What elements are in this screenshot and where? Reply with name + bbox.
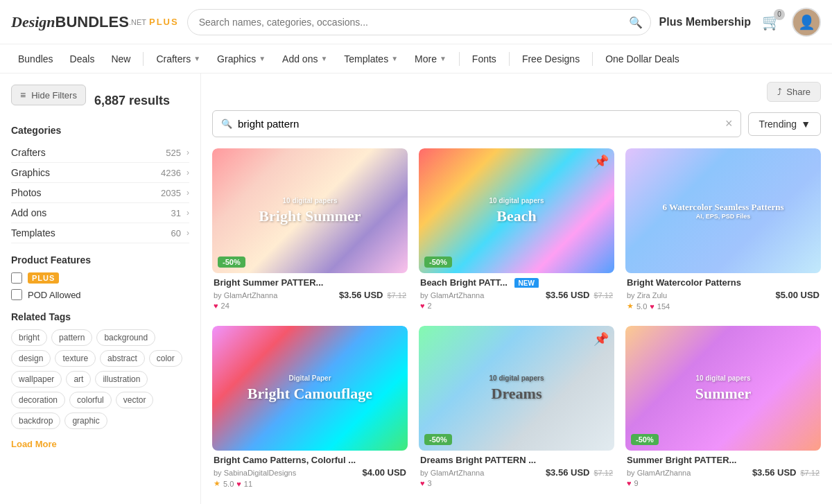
product-card-1[interactable]: 10 digital papers Bright Summer -50% Bri… [212, 148, 408, 315]
pin-icon-2: 📌 [593, 154, 609, 169]
search-input[interactable] [187, 9, 651, 35]
share-button[interactable]: ⤴ Share [767, 82, 821, 102]
tag-illustration[interactable]: illustration [95, 371, 148, 388]
plus-checkbox[interactable] [11, 272, 22, 284]
category-item-crafters[interactable]: Crafters 525 › [11, 143, 189, 163]
product-card-sub-3: AI, EPS, PSD Files [696, 213, 751, 220]
category-count-graphics: 4236 [161, 168, 181, 178]
category-item-photos[interactable]: Photos 2035 › [11, 183, 189, 203]
product-image-1: 10 digital papers Bright Summer -50% [212, 148, 408, 273]
nav-item-fonts[interactable]: Fonts [465, 44, 503, 73]
tag-design[interactable]: design [11, 350, 51, 367]
nav-item-one-dollar[interactable]: One Dollar Deals [598, 44, 686, 73]
nav-item-more[interactable]: More ▼ [408, 44, 453, 73]
likes-count-6: 9 [634, 479, 639, 487]
nav-divider-2 [459, 52, 460, 66]
plus-membership[interactable]: Plus Membership [659, 15, 751, 28]
nav-item-bundles[interactable]: Bundles [11, 44, 60, 73]
main-search-input[interactable] [238, 118, 720, 130]
product-image-text-5: 10 digital papers Dreams [419, 326, 614, 451]
main-nav: Bundles Deals New Crafters ▼ Graphics ▼ … [0, 44, 832, 73]
product-stats-2: ♥ 2 [420, 302, 613, 310]
product-meta-4: by SabinaDigitalDesigns $4.00 USD [214, 467, 406, 478]
likes-count-2: 2 [428, 302, 432, 310]
nav-item-graphics[interactable]: Graphics ▼ [210, 44, 272, 73]
likes-count-5: 3 [428, 479, 432, 487]
logo[interactable]: Design BUNDLES .NET PLUS [11, 13, 179, 31]
load-more-button[interactable]: Load More [11, 439, 189, 449]
tag-color[interactable]: color [149, 350, 182, 367]
clear-search-button[interactable]: × [725, 116, 733, 131]
product-card-5[interactable]: 10 digital papers Dreams -50% 📌 Dreams B… [419, 326, 614, 492]
category-count-templates: 60 [171, 228, 181, 238]
sort-dropdown[interactable]: Trending ▼ [748, 112, 821, 136]
product-grid: 10 digital papers Bright Summer -50% Bri… [212, 148, 821, 492]
nav-divider-3 [509, 52, 510, 66]
nav-item-deals[interactable]: Deals [63, 44, 102, 73]
main-content: ≡ Hide Filters 6,887 results Categories … [0, 73, 832, 504]
search-filter-row: 🔍 × Trending ▼ [212, 110, 821, 137]
tag-background[interactable]: background [96, 329, 155, 346]
product-info-6: Summer Bright PATTER... by GlamArtZhanna… [625, 451, 821, 492]
heart-icon-5: ♥ [420, 479, 425, 487]
nav-item-templates[interactable]: Templates ▼ [337, 44, 405, 73]
nav-item-new[interactable]: New [104, 44, 137, 73]
category-name-photos: Photos [11, 187, 161, 198]
content-area: ⤴ Share 🔍 × Trending ▼ 10 digital pa [201, 73, 832, 504]
nav-item-addons[interactable]: Add ons ▼ [275, 44, 334, 73]
product-image-text-6: 10 digital papers Summer [625, 326, 821, 451]
category-item-graphics[interactable]: Graphics 4236 › [11, 163, 189, 183]
categories-title: Categories [11, 125, 189, 136]
tag-abstract[interactable]: abstract [100, 350, 145, 367]
tag-colorful[interactable]: colorful [69, 392, 112, 408]
product-card-3[interactable]: 6 Watercolor Seamless Patterns AI, EPS, … [625, 148, 821, 315]
category-item-templates[interactable]: Templates 60 › [11, 223, 189, 243]
cart-icon[interactable]: 🛒 0 [762, 13, 781, 31]
category-item-addons[interactable]: Add ons 31 › [11, 203, 189, 223]
product-card-4[interactable]: Digital Paper Bright Camouflage Bright C… [212, 326, 408, 492]
nav-item-free-designs[interactable]: Free Designs [515, 44, 587, 73]
tag-graphic[interactable]: graphic [64, 412, 107, 429]
hide-filters-button[interactable]: ≡ Hide Filters [11, 85, 86, 105]
search-button[interactable]: 🔍 [629, 15, 643, 28]
tag-backdrop[interactable]: backdrop [11, 412, 60, 429]
product-price-2: $3.56 USD [546, 290, 590, 300]
tag-bright[interactable]: bright [11, 329, 47, 346]
heart-icon-3: ♥ [650, 302, 655, 311]
product-meta-3: by Zira Zulu $5.00 USD [627, 290, 820, 300]
product-card-6[interactable]: 10 digital papers Summer -50% Summer Bri… [625, 326, 821, 492]
heart-icon-4: ♥ [236, 480, 241, 488]
search-bar: 🔍 [187, 9, 651, 35]
pod-checkbox[interactable] [11, 289, 22, 300]
pod-label: POD Allowed [28, 290, 81, 300]
product-image-3: 6 Watercolor Seamless Patterns AI, EPS, … [625, 148, 821, 273]
category-name-addons: Add ons [11, 207, 171, 218]
tag-pattern[interactable]: pattern [51, 329, 92, 346]
product-image-text-3: 6 Watercolor Seamless Patterns AI, EPS, … [625, 148, 821, 273]
product-stats-1: ♥ 24 [214, 302, 406, 310]
tag-texture[interactable]: texture [55, 350, 96, 367]
tag-wallpaper[interactable]: wallpaper [11, 371, 62, 388]
templates-dropdown-arrow: ▼ [391, 55, 398, 62]
heart-icon-2: ♥ [420, 302, 425, 310]
product-card-title-5: Dreams [492, 385, 542, 403]
related-tags-title: Related Tags [11, 311, 189, 322]
tag-decoration[interactable]: decoration [11, 392, 65, 408]
product-meta-5: by GlamArtZhanna $3.56 USD $7.12 [420, 467, 613, 478]
product-title-1: Bright Summer PATTER... [214, 277, 406, 288]
nav-item-crafters[interactable]: Crafters ▼ [149, 44, 207, 73]
header-right: Plus Membership 🛒 0 👤 [659, 8, 821, 37]
product-stats-5: ♥ 3 [420, 479, 613, 487]
product-info-4: Bright Camo Patterns, Colorful ... by Sa… [212, 451, 408, 492]
tag-art[interactable]: art [66, 371, 91, 388]
feature-plus[interactable]: PLUS [11, 272, 189, 284]
feature-pod[interactable]: POD Allowed [11, 289, 189, 300]
pin-icon-5: 📌 [593, 331, 609, 347]
avatar[interactable]: 👤 [792, 8, 821, 37]
product-meta-2: by GlamArtZhanna $3.56 USD $7.12 [420, 290, 613, 300]
sidebar: ≡ Hide Filters 6,887 results Categories … [0, 73, 201, 504]
tag-vector[interactable]: vector [116, 392, 154, 408]
star-icon-3: ★ [627, 302, 634, 311]
product-card-sub-6: 10 digital papers [696, 374, 751, 382]
product-card-2[interactable]: 10 digital papers Beach -50% 📌 Beach Bri… [419, 148, 614, 315]
